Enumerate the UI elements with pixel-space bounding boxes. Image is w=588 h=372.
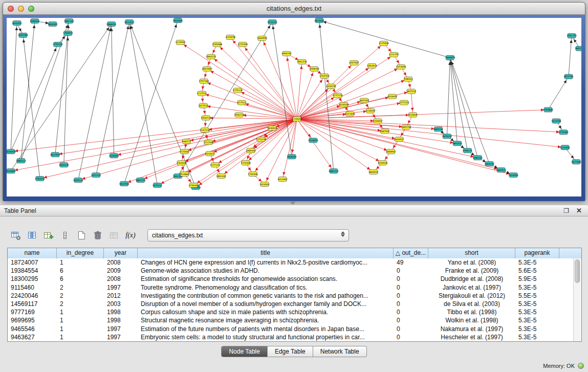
network-node[interactable]: 1655280 — [18, 33, 28, 37]
table-row[interactable]: 1830029562008Estimation of significance … — [8, 275, 574, 283]
network-node[interactable]: 1905135 — [59, 163, 69, 167]
network-node[interactable]: 1702553 — [319, 74, 330, 78]
create-column-button[interactable] — [42, 229, 55, 242]
network-node[interactable]: 1694522 — [496, 168, 507, 172]
network-node[interactable]: 1664879 — [445, 55, 455, 60]
network-node[interactable]: 1518453 — [308, 138, 318, 143]
network-node[interactable]: 1891442 — [216, 174, 226, 179]
network-node[interactable]: 1961335 — [297, 59, 307, 64]
network-node[interactable]: 1800342 — [48, 21, 58, 26]
network-node[interactable]: 1554930 — [378, 161, 388, 165]
network-node[interactable]: 946577 — [182, 139, 191, 144]
close-panel-icon[interactable]: ✕ — [576, 208, 582, 214]
network-node[interactable]: 1595800 — [543, 107, 553, 112]
network-node[interactable]: 1956713 — [201, 116, 211, 120]
network-node[interactable]: 1813042 — [314, 18, 324, 23]
network-node[interactable]: 2204007 — [373, 119, 383, 123]
network-node[interactable]: 1647407 — [359, 98, 369, 103]
network-node[interactable]: 1958452 — [287, 155, 297, 159]
network-node[interactable]: 1725440 — [241, 161, 251, 165]
scrollbar-thumb[interactable] — [575, 259, 580, 283]
table-row[interactable]: 1938455462009Genome-wide association stu… — [8, 267, 574, 275]
network-node[interactable]: 1217512 — [197, 91, 207, 96]
network-node[interactable]: 1320022 — [205, 151, 215, 156]
network-node[interactable]: 2021132 — [91, 173, 101, 178]
network-node[interactable]: 1857510 — [406, 89, 417, 94]
table-row[interactable]: 946554611997Estimation of the future num… — [8, 325, 574, 333]
network-node[interactable]: 1755103 — [53, 42, 63, 47]
network-node[interactable]: 1797183 — [199, 79, 209, 83]
network-node[interactable]: 1016442 — [387, 94, 398, 99]
table-row[interactable]: 2242004622012Investigating the contribut… — [8, 292, 574, 300]
tab-edge-table[interactable]: Edge Table — [268, 346, 313, 357]
network-node[interactable]: 1830020 — [267, 126, 277, 130]
network-node[interactable]: 1818305 — [173, 18, 183, 23]
network-node[interactable]: 1547407 — [349, 60, 359, 65]
table-vertical-scrollbar[interactable] — [573, 258, 581, 341]
network-node[interactable]: 1866201 — [106, 21, 117, 26]
table-row[interactable]: 946362711997Embryonic stem cells: a mode… — [8, 333, 574, 341]
network-node[interactable]: 1843702 — [575, 46, 581, 51]
column-header-pagerank[interactable]: pagerank — [515, 248, 559, 258]
network-node[interactable]: 1894952 — [368, 170, 379, 174]
network-node[interactable]: 915469 — [408, 113, 417, 117]
column-header-year[interactable]: year — [104, 248, 138, 258]
tab-node-table[interactable]: Node Table — [221, 346, 268, 357]
network-node[interactable]: 1626150 — [326, 84, 336, 89]
network-node[interactable]: 2026055 — [109, 154, 119, 158]
network-node[interactable]: 1864161 — [433, 127, 444, 132]
network-node[interactable]: 1687942 — [380, 129, 390, 134]
network-node[interactable]: 2024501 — [259, 182, 270, 187]
network-node[interactable]: 1615705 — [551, 119, 561, 123]
network-node[interactable]: 1660124 — [206, 54, 216, 59]
network-node[interactable]: 427512 — [237, 100, 246, 105]
network-node[interactable]: 2026050 — [7, 149, 16, 154]
network-node[interactable]: 1954113 — [73, 178, 83, 183]
network-node[interactable]: 2243058 — [225, 35, 235, 39]
network-node[interactable]: 1677005 — [571, 160, 581, 164]
network-node[interactable]: 1664959 — [257, 36, 267, 40]
network-node[interactable]: 1712543 — [204, 140, 214, 145]
network-node[interactable]: 1489342 — [246, 148, 256, 153]
network-node[interactable]: 1895794 — [401, 125, 411, 129]
network-node[interactable]: 1832550 — [119, 182, 129, 186]
table-row[interactable]: 969969511998Structural magnetic resonanc… — [8, 316, 574, 324]
network-node[interactable]: 1759344 — [248, 172, 258, 177]
network-node[interactable]: 1858942 — [386, 149, 396, 154]
network-node[interactable]: 1275120 — [232, 88, 243, 93]
table-options-button[interactable] — [9, 229, 23, 242]
network-node[interactable]: 1427512 — [199, 103, 209, 108]
network-node[interactable]: 1654927 — [394, 137, 404, 142]
network-node[interactable]: 2157133 — [200, 128, 210, 133]
network-node[interactable]: 1572225 — [267, 19, 277, 24]
network-node[interactable]: 1975312 — [153, 183, 163, 188]
function-builder-button[interactable]: f(x) — [124, 229, 137, 242]
tab-network-table[interactable]: Network Table — [313, 346, 367, 357]
network-node[interactable]: 1775305 — [558, 130, 569, 135]
network-node[interactable]: 1558200 — [309, 67, 319, 71]
network-node[interactable]: 1777153 — [399, 100, 409, 105]
network-node[interactable]: 1321600 — [345, 112, 355, 116]
network-node[interactable]: 1985113 — [16, 159, 26, 163]
network-node[interactable]: 1763441 — [177, 161, 187, 165]
import-table-button[interactable] — [107, 229, 121, 242]
network-node[interactable]: 1177123 — [210, 163, 221, 167]
table-row[interactable]: 1872400712008Changes of HCN gene express… — [8, 258, 574, 267]
network-node[interactable]: 1812953 — [50, 152, 60, 157]
network-node[interactable]: 1461823 — [367, 63, 377, 68]
network-node[interactable]: 1881213 — [329, 169, 339, 173]
network-node[interactable]: 1956714 — [234, 113, 244, 117]
network-node[interactable]: 1125408 — [379, 41, 389, 46]
table-row[interactable]: 977716911998Corpus callosum shape and si… — [8, 308, 574, 316]
network-node[interactable]: 1973493 — [396, 64, 406, 69]
network-node[interactable]: 1016540 — [339, 102, 349, 107]
column-header-in_degree[interactable]: in_degree — [57, 248, 104, 258]
network-node[interactable]: 1514844 — [180, 172, 190, 177]
network-node[interactable]: 1910801 — [7, 169, 16, 173]
network-node[interactable]: 1956531 — [30, 18, 40, 23]
network-node[interactable]: 1790525 — [35, 177, 45, 181]
network-node[interactable]: 1724041 — [292, 117, 302, 121]
network-window-titlebar[interactable]: citations_edges.txt — [3, 3, 585, 15]
network-node[interactable]: 1882275 — [136, 178, 146, 183]
table-selector-dropdown[interactable]: citations_edges.txt — [147, 229, 349, 242]
